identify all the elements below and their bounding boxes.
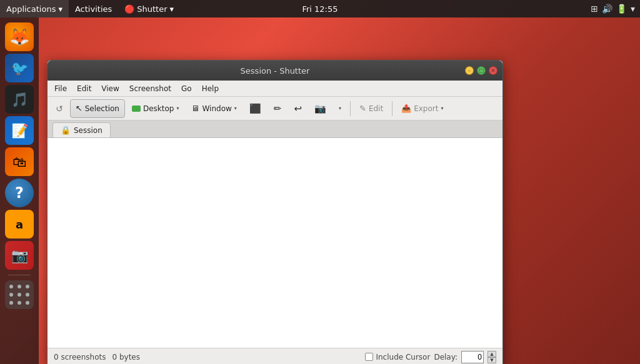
export-label: Export [414, 104, 438, 113]
clock: Fri 12:55 [302, 4, 338, 14]
tab-bar: 🔒 Session [48, 121, 502, 138]
panel-right: ⊞ 🔊 🔋 ▾ [591, 4, 640, 14]
draw-icon: ✏ [274, 103, 282, 114]
dock-icon-help[interactable]: ? [5, 179, 34, 207]
applications-menu[interactable]: Applications ▾ [0, 0, 69, 17]
selection-label: Selection [85, 104, 119, 113]
help-question-mark: ? [15, 184, 24, 202]
activities-btn[interactable]: Activities [69, 0, 118, 17]
shutter-label: Shutter [137, 4, 167, 14]
edit-icon: ✎ [359, 104, 366, 113]
dock-icon-amazon[interactable]: a [5, 210, 34, 239]
menu-go[interactable]: Go [177, 82, 196, 95]
menu-edit[interactable]: Edit [72, 82, 96, 95]
battery-icon[interactable]: 🔋 [616, 4, 627, 14]
camera-button[interactable]: 📷 [309, 99, 332, 118]
window-dropdown-arrow: ▾ [234, 106, 237, 111]
draw-button[interactable]: ✏ [268, 99, 288, 118]
title-bar: Session - Shutter – □ ✕ [48, 61, 502, 81]
shutter-arrow: ▾ [170, 4, 174, 14]
selection-button[interactable]: ↖ Selection [70, 99, 125, 118]
delay-label: Delay: [434, 353, 458, 362]
top-panel-left: Applications ▾ Activities 🔴 Shutter ▾ [0, 0, 180, 17]
maximize-icon: □ [479, 67, 484, 74]
export-dropdown-arrow: ▾ [441, 106, 443, 111]
dock-icon-apps-grid[interactable] [5, 280, 34, 309]
minimize-icon: – [468, 67, 471, 74]
minimize-button[interactable]: – [465, 66, 474, 75]
applications-label: Applications [6, 4, 56, 14]
toolbar-separator-1 [350, 101, 351, 116]
window-label: Window [202, 104, 231, 113]
edit-label: Edit [369, 104, 383, 113]
bytes-count: 0 bytes [112, 353, 141, 362]
sound-icon[interactable]: 🔊 [602, 4, 612, 14]
toolbar-separator-2 [392, 101, 392, 116]
applications-arrow: ▾ [58, 4, 62, 14]
menu-help[interactable]: Help [198, 82, 223, 95]
maximize-button[interactable]: □ [477, 66, 486, 75]
redo-button[interactable]: ↩ [288, 99, 308, 118]
apps-grid-icon [8, 283, 31, 306]
network-icon[interactable]: ⊞ [591, 4, 598, 14]
left-dock: 🦊 🐦 🎵 📝 🛍 ? a 📷 [0, 17, 39, 364]
export-button[interactable]: 📤 Export ▾ [396, 99, 449, 118]
toolbar: ↺ ↖ Selection Desktop ▾ 🖥 Window ▾ ⬛ [48, 97, 502, 121]
status-right: Include Cursor Delay: ▲ ▼ [365, 351, 496, 363]
redo-icon: ↩ [294, 103, 302, 114]
dock-icon-software[interactable]: 🛍 [5, 147, 34, 176]
menu-screenshot[interactable]: Screenshot [125, 82, 176, 95]
desktop-icon [132, 106, 141, 112]
close-button[interactable]: ✕ [489, 66, 498, 75]
include-cursor-text: Include Cursor [376, 353, 430, 362]
cursor-icon: ↖ [76, 104, 82, 113]
edit-button[interactable]: ✎ Edit [354, 99, 389, 118]
dock-icon-thunderbird[interactable]: 🐦 [5, 54, 34, 82]
shutter-window: Session - Shutter – □ ✕ File Edit [47, 60, 503, 364]
window-icon: 🖥 [191, 104, 199, 113]
include-cursor-checkbox[interactable] [365, 353, 373, 361]
refresh-button[interactable]: ↺ [50, 99, 69, 118]
window-controls: – □ ✕ [465, 66, 498, 75]
top-panel: Applications ▾ Activities 🔴 Shutter ▾ Fr… [0, 0, 640, 17]
refresh-icon: ↺ [56, 104, 63, 114]
camera-icon: 📷 [314, 103, 326, 114]
camera-dropdown-arrow: ▾ [339, 106, 341, 111]
dock-icon-shutter[interactable]: 📷 [5, 241, 34, 270]
spin-down-button[interactable]: ▼ [488, 357, 496, 363]
delay-spinner: ▲ ▼ [488, 351, 496, 363]
menu-file[interactable]: File [50, 82, 71, 95]
section-icon: ⬛ [249, 103, 261, 114]
window-button[interactable]: 🖥 Window ▾ [186, 99, 242, 118]
activities-label: Activities [75, 4, 112, 14]
close-icon: ✕ [491, 67, 496, 74]
session-tab-label: Session [74, 126, 102, 135]
include-cursor-label[interactable]: Include Cursor [365, 353, 430, 362]
desktop: 🦊 🐦 🎵 📝 🛍 ? a 📷 [0, 17, 640, 364]
section-button[interactable]: ⬛ [244, 99, 267, 118]
dock-icon-rhythmbox[interactable]: 🎵 [5, 85, 34, 114]
export-icon: 📤 [401, 104, 411, 113]
menu-view[interactable]: View [97, 82, 123, 95]
camera-dropdown[interactable]: ▾ [333, 99, 347, 118]
window-title: Session - Shutter [241, 66, 310, 76]
status-bar: 0 screenshots 0 bytes Include Cursor Del… [48, 348, 502, 364]
dock-icon-firefox[interactable]: 🦊 [5, 22, 34, 51]
desktop-dropdown-arrow: ▾ [176, 106, 179, 111]
screenshots-count: 0 screenshots [54, 353, 106, 362]
amazon-label: a [16, 218, 23, 231]
content-area [48, 138, 502, 348]
delay-input[interactable] [461, 351, 484, 363]
dock-separator [8, 275, 31, 275]
system-menu-arrow[interactable]: ▾ [631, 4, 635, 14]
session-tab[interactable]: 🔒 Session [52, 122, 111, 137]
spin-up-button[interactable]: ▲ [488, 351, 496, 357]
desktop-button[interactable]: Desktop ▾ [126, 99, 185, 118]
shutter-menu[interactable]: 🔴 Shutter ▾ [118, 0, 180, 17]
tab-icon: 🔒 [61, 125, 71, 135]
desktop-label: Desktop [143, 104, 174, 113]
dock-icon-libreoffice[interactable]: 📝 [5, 116, 34, 145]
menu-bar: File Edit View Screenshot Go Help [48, 81, 502, 97]
